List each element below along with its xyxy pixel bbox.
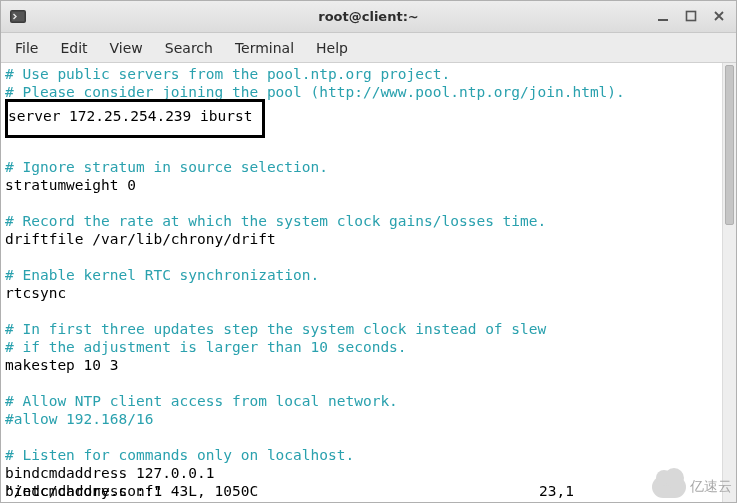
menu-search[interactable]: Search — [155, 36, 223, 60]
menubar: File Edit View Search Terminal Help — [1, 33, 736, 63]
comment-line: # Allow NTP client access from local net… — [5, 393, 398, 409]
terminal-content[interactable]: # Use public servers from the pool.ntp.o… — [1, 63, 722, 502]
svg-rect-3 — [687, 12, 696, 21]
terminal-app-icon — [9, 8, 27, 26]
config-line: rtcsync — [5, 285, 66, 301]
menu-file[interactable]: File — [5, 36, 48, 60]
highlighted-server-line: server 172.25.254.239 iburst — [5, 99, 265, 138]
comment-line: # Please consider joining the pool (http… — [5, 84, 625, 100]
window-title: root@client:~ — [318, 9, 418, 24]
close-button[interactable] — [712, 9, 726, 23]
maximize-button[interactable] — [684, 9, 698, 23]
menu-help[interactable]: Help — [306, 36, 358, 60]
comment-line: # Use public servers from the pool.ntp.o… — [5, 66, 450, 82]
vertical-scrollbar[interactable] — [722, 63, 736, 502]
comment-line: # Ignore stratum in source selection. — [5, 159, 328, 175]
scrollbar-thumb[interactable] — [725, 65, 734, 225]
comment-line: # Record the rate at which the system cl… — [5, 213, 546, 229]
menu-edit[interactable]: Edit — [50, 36, 97, 60]
config-line: driftfile /var/lib/chrony/drift — [5, 231, 276, 247]
menu-view[interactable]: View — [100, 36, 153, 60]
svg-rect-2 — [658, 19, 668, 21]
config-line: bindcmdaddress 127.0.0.1 — [5, 465, 215, 481]
comment-line: # In first three updates step the system… — [5, 321, 546, 337]
config-line: makestep 10 3 — [5, 357, 119, 373]
terminal-window: root@client:~ File Edit View Search Term… — [0, 0, 737, 503]
comment-line: # Enable kernel RTC synchronization. — [5, 267, 319, 283]
menu-terminal[interactable]: Terminal — [225, 36, 304, 60]
status-file-info: "/etc/chrony.conf" 43L, 1050C — [5, 483, 258, 499]
titlebar[interactable]: root@client:~ — [1, 1, 736, 33]
comment-line: #allow 192.168/16 — [5, 411, 153, 427]
comment-line: # if the adjustment is larger than 10 se… — [5, 339, 407, 355]
status-cursor-pos: 23,1 — [539, 482, 704, 500]
svg-rect-1 — [12, 12, 25, 22]
minimize-button[interactable] — [656, 9, 670, 23]
window-controls — [652, 5, 730, 27]
config-line: stratumweight 0 — [5, 177, 136, 193]
vim-status-line: "/etc/chrony.conf" 43L, 1050C23,1 — [5, 482, 704, 500]
comment-line: # Listen for commands only on localhost. — [5, 447, 354, 463]
terminal-area: # Use public servers from the pool.ntp.o… — [1, 63, 736, 502]
config-line: server 172.25.254.239 iburst — [8, 108, 252, 124]
